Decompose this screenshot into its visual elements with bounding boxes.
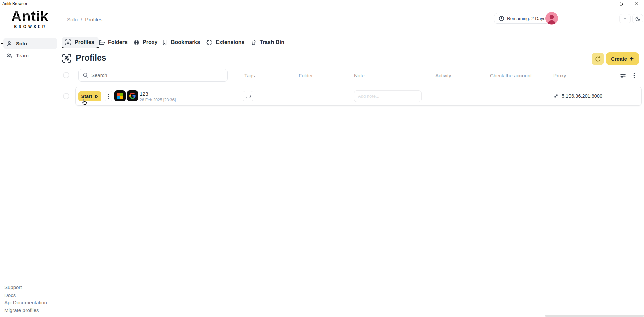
clock-icon: [499, 16, 504, 21]
window-minimize-button[interactable]: [599, 0, 614, 7]
folder-icon: [99, 39, 105, 46]
google-chrome-icon: [127, 90, 138, 101]
account-menu-button[interactable]: [619, 14, 631, 23]
tab-folders[interactable]: Folders: [95, 37, 131, 48]
remaining-days-label: Remaining: 2 Days: [507, 16, 545, 21]
note-input[interactable]: [354, 90, 422, 102]
table-menu-button[interactable]: [630, 71, 638, 80]
plus-icon: [629, 56, 634, 61]
titlebar: Antik Browser: [0, 0, 644, 7]
close-icon: [634, 2, 639, 6]
fingerprint-scan-icon: [62, 53, 72, 63]
breadcrumb-root[interactable]: Solo: [67, 17, 78, 23]
tab-label: Profiles: [75, 39, 94, 45]
tab-label: Proxy: [143, 39, 157, 45]
tab-label: Folders: [108, 39, 128, 45]
tab-proxy[interactable]: Proxy: [130, 37, 161, 48]
column-header-note: Note: [354, 73, 365, 78]
horizontal-scrollbar-thumb[interactable]: [545, 315, 644, 317]
mouse-cursor: [81, 98, 89, 107]
tab-trash-bin[interactable]: Trash Bin: [247, 37, 288, 48]
users-icon: [6, 53, 12, 59]
column-header-tags: Tags: [244, 73, 255, 78]
proxy-address: 5.196.36.201:8000: [562, 93, 602, 99]
search-icon: [83, 72, 88, 78]
bookmark-icon: [162, 39, 168, 45]
sidebar-item-solo[interactable]: Solo: [3, 38, 57, 49]
api-documentation-link[interactable]: Api Documentation: [4, 300, 47, 306]
breadcrumb: Solo / Profiles: [67, 17, 102, 23]
column-header-folder: Folder: [299, 73, 313, 78]
tab-profiles[interactable]: Profiles: [62, 37, 99, 48]
tab-bookmarks[interactable]: Bookmarks: [158, 37, 203, 48]
window-title: Antik Browser: [2, 1, 27, 6]
avatar[interactable]: [545, 12, 558, 25]
docs-link[interactable]: Docs: [4, 293, 47, 298]
tab-label: Trash Bin: [260, 39, 284, 45]
refresh-icon: [595, 56, 601, 62]
sidebar-footer-links: Support Docs Api Documentation Migrate p…: [4, 285, 47, 313]
select-all-checkbox[interactable]: [63, 72, 69, 78]
remaining-days-badge[interactable]: Remaining: 2 Days: [494, 13, 550, 24]
column-settings-button[interactable]: [618, 71, 627, 80]
logo-wordmark: Antik: [8, 9, 52, 23]
link-icon: [553, 93, 559, 99]
create-profile-button[interactable]: Create: [606, 52, 639, 65]
minimize-icon: [604, 2, 608, 6]
windows-os-icon: [114, 90, 126, 101]
profile-created-date: 26 Feb 2025 [23:36]: [140, 98, 176, 102]
sidebar-item-label: Solo: [16, 41, 27, 46]
profile-name: 123: [140, 91, 148, 97]
kebab-menu-icon: [633, 72, 635, 79]
play-icon: [94, 94, 99, 99]
column-header-check-account: Check the account: [490, 73, 532, 78]
column-header-proxy: Proxy: [553, 73, 566, 78]
create-button-label: Create: [611, 56, 627, 62]
refresh-button[interactable]: [592, 53, 604, 65]
user-icon: [6, 41, 12, 47]
tab-extensions[interactable]: Extensions: [203, 37, 248, 48]
active-indicator-dot: [1, 43, 3, 44]
search-input[interactable]: [91, 72, 223, 78]
tag-icon: [246, 95, 251, 98]
app-logo: Antik BROWSER: [8, 9, 52, 29]
trash-icon: [251, 39, 257, 45]
moon-icon: [635, 16, 641, 22]
search-box[interactable]: [78, 69, 228, 82]
window-close-button[interactable]: [629, 0, 644, 7]
globe-icon: [133, 39, 140, 46]
proxy-cell: 5.196.36.201:8000: [553, 93, 602, 99]
window-restore-button[interactable]: [614, 0, 629, 7]
sidebar-item-team[interactable]: Team: [3, 50, 57, 61]
logo-subtext: BROWSER: [8, 24, 52, 29]
column-header-activity: Activity: [435, 73, 451, 78]
breadcrumb-current[interactable]: Profiles: [85, 17, 102, 23]
tabbar-divider: [62, 48, 644, 48]
add-tag-button[interactable]: [243, 91, 253, 101]
support-link[interactable]: Support: [4, 285, 47, 290]
puzzle-icon: [206, 39, 213, 46]
breadcrumb-separator: /: [81, 17, 82, 23]
sidebar-item-label: Team: [16, 53, 29, 58]
page-title: Profiles: [76, 53, 106, 63]
fingerprint-scan-icon: [65, 39, 71, 46]
row-menu-button[interactable]: [105, 91, 112, 101]
dark-mode-toggle[interactable]: [632, 14, 643, 23]
person-icon: [545, 12, 558, 25]
tab-label: Bookmarks: [171, 39, 200, 45]
restore-icon: [619, 2, 624, 6]
migrate-profiles-link[interactable]: Migrate profiles: [4, 308, 47, 313]
tab-label: Extensions: [216, 39, 244, 45]
sliders-icon: [620, 73, 626, 79]
row-checkbox[interactable]: [63, 93, 69, 99]
kebab-menu-icon: [108, 94, 109, 99]
chevron-down-icon: [623, 16, 627, 21]
